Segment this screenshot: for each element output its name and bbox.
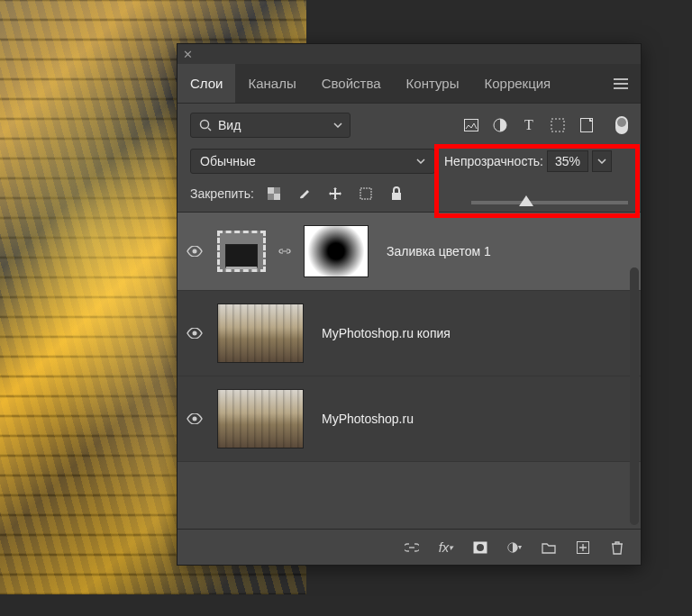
scrollbar[interactable] bbox=[630, 267, 639, 525]
svg-point-0 bbox=[201, 121, 209, 129]
blend-mode-combo[interactable]: Обычные bbox=[190, 149, 435, 174]
svg-point-11 bbox=[193, 331, 197, 336]
layer-name[interactable]: MyPhotoshop.ru bbox=[322, 412, 414, 426]
layers-bottom-bar: fx▾ ▾ bbox=[178, 529, 641, 565]
chevron-down-icon bbox=[416, 159, 425, 164]
layer-name[interactable]: Заливка цветом 1 bbox=[387, 244, 491, 258]
svg-rect-9 bbox=[392, 193, 401, 200]
panel-menu-icon[interactable] bbox=[601, 64, 641, 103]
tab-paths[interactable]: Контуры bbox=[394, 64, 472, 103]
layer-row[interactable]: MyPhotoshop.ru копия bbox=[178, 291, 641, 376]
svg-rect-8 bbox=[360, 188, 371, 199]
filter-adjust-icon[interactable] bbox=[493, 118, 507, 132]
layer-thumbnail[interactable] bbox=[217, 303, 304, 363]
panel-titlebar[interactable]: ✕ bbox=[178, 44, 641, 64]
filter-image-icon[interactable] bbox=[464, 118, 478, 132]
blend-row: Обычные Непрозрачность: bbox=[178, 145, 641, 181]
filter-text-icon[interactable]: T bbox=[522, 118, 536, 132]
link-layers-icon[interactable] bbox=[405, 540, 419, 555]
svg-rect-6 bbox=[268, 187, 274, 194]
svg-point-12 bbox=[193, 417, 197, 421]
panel-tabs: Слои Каналы Свойства Контуры Коррекция bbox=[178, 64, 641, 104]
opacity-slider[interactable] bbox=[471, 201, 628, 204]
tab-channels[interactable]: Каналы bbox=[235, 64, 308, 103]
svg-rect-1 bbox=[465, 120, 478, 131]
delete-icon[interactable] bbox=[610, 540, 624, 555]
layer-search-combo[interactable]: Вид bbox=[190, 113, 351, 138]
lock-brush-icon[interactable] bbox=[297, 186, 312, 201]
opacity-dropdown[interactable] bbox=[592, 150, 612, 172]
lock-move-icon[interactable] bbox=[328, 186, 342, 201]
mask-icon[interactable] bbox=[473, 540, 487, 555]
search-icon bbox=[198, 118, 213, 132]
opacity-input[interactable] bbox=[547, 150, 588, 172]
lock-pixels-icon[interactable] bbox=[267, 186, 281, 201]
visibility-icon[interactable] bbox=[187, 328, 208, 339]
layers-list: Заливка цветом 1 MyPhotoshop.ru копия My… bbox=[178, 212, 641, 462]
chevron-down-icon bbox=[333, 122, 342, 128]
filter-smart-icon[interactable] bbox=[579, 118, 594, 132]
layer-row[interactable]: Заливка цветом 1 bbox=[178, 213, 641, 291]
lock-label: Закрепить: bbox=[190, 186, 254, 201]
group-icon[interactable] bbox=[542, 540, 556, 555]
layers-panel: ✕ Слои Каналы Свойства Контуры Коррекция… bbox=[177, 43, 642, 566]
layer-thumbnail-fill[interactable] bbox=[217, 231, 266, 272]
svg-rect-3 bbox=[551, 119, 564, 131]
tab-adjustments[interactable]: Коррекция bbox=[471, 64, 563, 103]
new-layer-icon[interactable] bbox=[576, 540, 590, 555]
layer-mask-thumbnail[interactable] bbox=[304, 225, 369, 277]
link-icon[interactable] bbox=[275, 245, 295, 258]
fx-icon[interactable]: fx▾ bbox=[439, 540, 453, 555]
svg-rect-7 bbox=[274, 194, 280, 200]
visibility-icon[interactable] bbox=[187, 413, 208, 424]
filter-shape-icon[interactable] bbox=[551, 118, 565, 132]
filter-row: Вид T bbox=[178, 104, 641, 145]
search-label: Вид bbox=[218, 118, 241, 132]
lock-row: Закрепить: bbox=[178, 181, 641, 212]
visibility-icon[interactable] bbox=[187, 246, 208, 257]
lock-all-icon[interactable] bbox=[389, 186, 404, 201]
svg-point-14 bbox=[477, 544, 484, 551]
tab-layers[interactable]: Слои bbox=[178, 64, 235, 103]
svg-point-10 bbox=[193, 249, 197, 254]
opacity-label: Непрозрачность: bbox=[444, 154, 543, 168]
layer-row[interactable]: MyPhotoshop.ru bbox=[178, 376, 641, 462]
slider-thumb[interactable] bbox=[519, 195, 533, 206]
layer-name[interactable]: MyPhotoshop.ru копия bbox=[322, 326, 451, 340]
tab-properties[interactable]: Свойства bbox=[309, 64, 394, 103]
filter-toggle[interactable] bbox=[615, 116, 628, 134]
lock-artboard-icon[interactable] bbox=[359, 186, 373, 201]
blend-mode-value: Обычные bbox=[200, 154, 256, 168]
adjustment-icon[interactable]: ▾ bbox=[507, 540, 522, 555]
layer-thumbnail[interactable] bbox=[217, 389, 304, 448]
close-icon[interactable]: ✕ bbox=[183, 48, 193, 61]
